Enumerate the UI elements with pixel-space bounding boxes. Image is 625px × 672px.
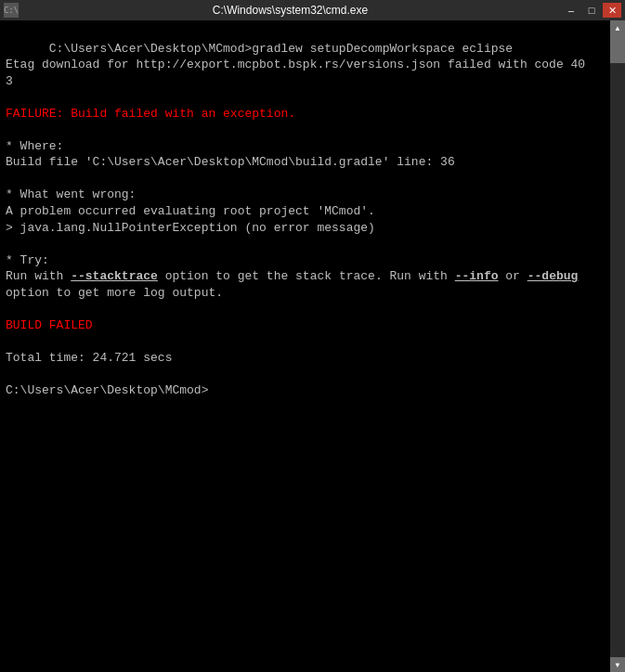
line-try-header: * Try:: [6, 253, 49, 267]
line-failure: FAILURE: Build failed with an exception.: [6, 107, 295, 121]
line-prompt: C:\Users\Acer\Desktop\MCmod>: [6, 383, 208, 397]
window-icon: C:\: [4, 3, 19, 18]
debug-option: --debug: [527, 269, 579, 283]
line-where-header: * Where:: [6, 139, 63, 153]
window-controls: – □ ✕: [562, 3, 621, 18]
cmd-window: C:\ C:\Windows\system32\cmd.exe – □ ✕ C:…: [0, 0, 625, 672]
line-wrong-detail1: A problem occurred evaluating root proje…: [6, 204, 375, 218]
info-option: --info: [455, 269, 499, 283]
minimize-button[interactable]: –: [562, 3, 580, 18]
line-1: C:\Users\Acer\Desktop\MCmod>gradlew setu…: [49, 42, 513, 56]
stacktrace-option: --stacktrace: [71, 269, 158, 283]
line-wrong-header: * What went wrong:: [6, 187, 136, 201]
line-total-time: Total time: 24.721 secs: [6, 351, 172, 365]
vertical-scrollbar[interactable]: ▲ ▼: [610, 20, 625, 672]
titlebar: C:\ C:\Windows\system32\cmd.exe – □ ✕: [0, 0, 625, 20]
console-output: C:\Users\Acer\Desktop\MCmod>gradlew setu…: [6, 24, 619, 415]
window-title: C:\Windows\system32\cmd.exe: [19, 4, 562, 17]
scroll-track[interactable]: [610, 35, 625, 657]
line-where-detail: Build file 'C:\Users\Acer\Desktop\MCmod\…: [6, 155, 455, 169]
scroll-up-arrow[interactable]: ▲: [610, 20, 625, 35]
line-try-detail: Run with --stacktrace option to get the …: [6, 269, 578, 300]
console-body: C:\Users\Acer\Desktop\MCmod>gradlew setu…: [0, 20, 625, 672]
maximize-button[interactable]: □: [582, 3, 601, 18]
close-button[interactable]: ✕: [603, 3, 621, 18]
line-build-failed: BUILD FAILED: [6, 318, 93, 332]
line-2: Etag download for http://export.mcpbot.b…: [6, 58, 585, 88]
line-wrong-detail2: > java.lang.NullPointerException (no err…: [6, 221, 375, 235]
scroll-thumb[interactable]: [610, 35, 625, 63]
scroll-down-arrow[interactable]: ▼: [610, 657, 625, 672]
